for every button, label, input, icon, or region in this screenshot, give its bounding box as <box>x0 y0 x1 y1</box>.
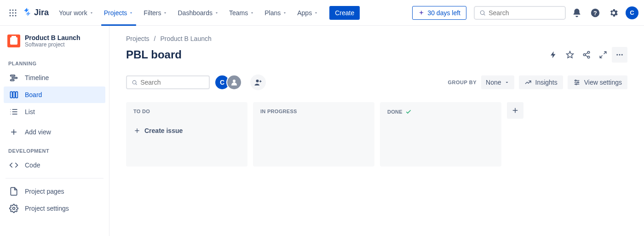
nav-items: Your work Projects Filters Dashboards Te… <box>54 6 360 20</box>
column-title: IN PROGRESS <box>260 109 297 114</box>
title-actions <box>546 47 627 63</box>
sidebar-item-project-settings[interactable]: Project settings <box>4 200 105 217</box>
svg-point-27 <box>13 207 15 210</box>
svg-text:?: ? <box>593 9 597 16</box>
svg-point-9 <box>480 11 484 14</box>
svg-point-2 <box>15 9 17 11</box>
chevron-down-icon <box>129 11 133 15</box>
sidebar-item-code[interactable]: Code <box>4 157 105 173</box>
nav-label: Teams <box>229 9 248 17</box>
nav-label: Filters <box>144 9 161 17</box>
trial-days-button[interactable]: 30 days left <box>412 6 466 20</box>
sidebar-item-label: Project pages <box>25 188 64 195</box>
project-icon <box>7 35 20 47</box>
svg-point-29 <box>587 52 590 54</box>
breadcrumb-separator: / <box>154 35 156 42</box>
plus-icon <box>511 106 519 115</box>
nav-label: Projects <box>104 9 127 17</box>
sidebar-item-list[interactable]: List <box>4 104 105 120</box>
svg-point-37 <box>619 54 621 56</box>
settings-icon[interactable] <box>606 6 621 20</box>
add-person-icon <box>254 78 262 86</box>
automation-icon[interactable] <box>546 47 561 63</box>
column-title: TO DO <box>133 109 150 114</box>
column-header[interactable]: IN PROGRESS <box>258 109 370 114</box>
add-column-button[interactable] <box>507 102 523 119</box>
more-icon[interactable] <box>612 47 627 63</box>
column-header[interactable]: TO DO <box>131 109 243 114</box>
page-icon <box>9 187 18 196</box>
unassigned-avatar[interactable] <box>226 75 242 90</box>
nav-label: Your work <box>59 9 87 17</box>
board-controls: C GROUP BY None Insights View settings <box>126 75 627 90</box>
svg-rect-14 <box>12 77 17 79</box>
sidebar-item-label: Code <box>25 161 40 169</box>
share-icon[interactable] <box>579 47 594 63</box>
sparkle-icon <box>418 10 425 16</box>
app-switcher-icon[interactable] <box>6 6 20 20</box>
code-icon <box>9 161 18 170</box>
notifications-icon[interactable] <box>569 6 584 20</box>
column-in-progress: IN PROGRESS <box>253 102 374 167</box>
svg-rect-16 <box>11 92 12 98</box>
sidebar-item-timeline[interactable]: Timeline <box>4 69 105 86</box>
svg-line-40 <box>136 83 137 85</box>
sidebar-divider <box>6 178 104 178</box>
nav-filters[interactable]: Filters <box>139 6 172 19</box>
jira-logo[interactable]: Jira <box>22 8 49 18</box>
column-done: DONE <box>380 102 501 167</box>
nav-projects[interactable]: Projects <box>99 6 138 19</box>
help-icon[interactable]: ? <box>588 6 603 20</box>
group-by-label: GROUP BY <box>448 80 477 85</box>
add-person-button[interactable] <box>250 75 266 90</box>
column-header[interactable]: DONE <box>385 109 497 115</box>
user-avatar[interactable]: C <box>626 6 638 19</box>
view-settings-button[interactable]: View settings <box>568 75 627 89</box>
nav-your-work[interactable]: Your work <box>54 6 98 19</box>
svg-point-8 <box>15 15 17 16</box>
create-button[interactable]: Create <box>329 6 360 20</box>
avatar-stack: C <box>214 75 242 90</box>
insights-button[interactable]: Insights <box>519 75 563 89</box>
nav-apps[interactable]: Apps <box>293 6 323 19</box>
chevron-down-icon <box>250 11 254 15</box>
svg-point-5 <box>15 12 17 13</box>
svg-rect-13 <box>11 75 15 76</box>
chevron-down-icon <box>214 11 219 15</box>
nav-dashboards[interactable]: Dashboards <box>173 6 224 19</box>
jira-logo-icon <box>22 8 32 18</box>
board-search[interactable] <box>126 75 210 89</box>
svg-rect-17 <box>13 92 15 98</box>
chevron-down-icon <box>504 80 510 85</box>
fullscreen-icon[interactable] <box>595 47 611 63</box>
logo-text: Jira <box>34 8 49 17</box>
svg-point-38 <box>621 54 623 56</box>
chevron-down-icon <box>314 11 318 15</box>
chevron-down-icon <box>282 11 287 15</box>
sidebar-item-label: Board <box>25 91 42 98</box>
global-search[interactable] <box>474 6 566 20</box>
sidebar-item-add-view[interactable]: Add view <box>4 124 105 140</box>
sidebar-item-label: Add view <box>25 128 51 136</box>
nav-teams[interactable]: Teams <box>224 6 259 19</box>
main-content: Projects / Product B Launch PBL board C <box>109 26 644 236</box>
nav-plans[interactable]: Plans <box>260 6 292 19</box>
top-nav: Jira Your work Projects Filters Dashboar… <box>0 0 644 26</box>
search-input[interactable] <box>489 9 560 17</box>
group-by-dropdown[interactable]: None <box>481 75 514 89</box>
breadcrumb: Projects / Product B Launch <box>126 35 627 42</box>
svg-rect-18 <box>16 92 17 98</box>
breadcrumb-projects[interactable]: Projects <box>126 35 150 42</box>
sidebar-item-project-pages[interactable]: Project pages <box>4 183 105 200</box>
sidebar-item-label: Project settings <box>25 205 69 212</box>
create-issue-button[interactable]: Create issue <box>131 123 243 138</box>
breadcrumb-current[interactable]: Product B Launch <box>160 35 211 42</box>
svg-point-41 <box>233 80 236 82</box>
chevron-down-icon <box>163 11 167 15</box>
sidebar-item-board[interactable]: Board <box>4 86 105 103</box>
svg-point-49 <box>577 82 579 83</box>
project-header[interactable]: Product B Launch Software project <box>4 34 105 53</box>
group-by-value: None <box>486 79 501 86</box>
board-search-input[interactable] <box>140 79 204 86</box>
star-icon[interactable] <box>562 47 578 63</box>
